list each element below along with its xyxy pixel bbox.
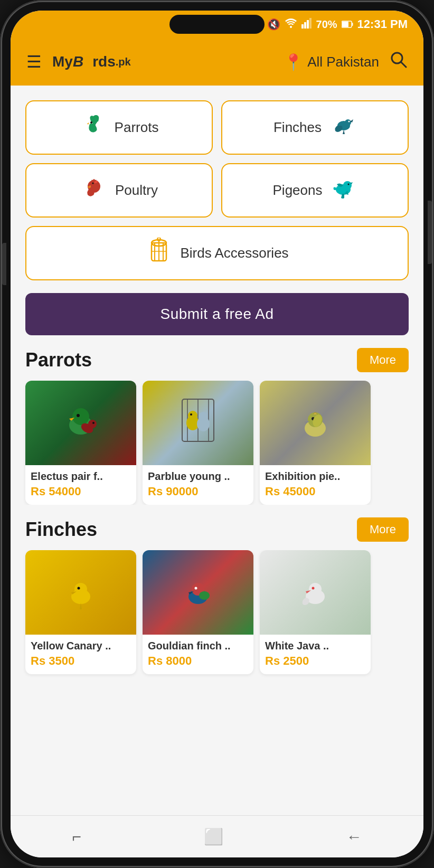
finch-image-1 [25,550,136,635]
finches-section-title: Finches [25,518,97,541]
home-button[interactable]: ⬜ [204,827,223,846]
logo-birds: B [73,53,83,70]
pigeon-icon [329,175,357,206]
parrots-section-header: Parrots More [11,335,423,381]
top-nav: ☰ My B rds .pk 📍 All Pakistan [11,38,423,86]
svg-point-14 [348,121,350,122]
finch-info-1: Yellow Canary .. Rs 3500 [25,635,136,674]
accessories-label: Birds Accessories [180,245,288,261]
finch-price-2: Rs 8000 [148,654,248,668]
finch-title-3: White Java .. [265,640,365,652]
finch-product-1[interactable]: Yellow Canary .. Rs 3500 [25,550,136,674]
svg-point-13 [345,119,351,126]
phone-screen: 🔇 70% [11,11,423,857]
content-area: Parrots Finches [11,86,423,815]
svg-rect-1 [301,24,304,29]
status-icons: 🔇 70% [267,17,408,31]
search-button[interactable] [390,51,408,73]
back-button[interactable]: ← [346,828,362,846]
location-area[interactable]: 📍 All Pakistan [284,53,379,71]
svg-point-53 [195,587,197,590]
svg-point-34 [92,422,95,424]
battery-icon [342,18,353,31]
svg-point-11 [90,121,92,124]
svg-rect-6 [342,22,348,27]
menu-icon[interactable]: ☰ [26,52,42,72]
parrot-price-3: Rs 45000 [265,485,365,498]
recent-apps-button[interactable]: ⌐ [72,828,81,846]
finch-info-3: White Java .. Rs 2500 [260,635,371,674]
submit-ad-text: Submit a free Ad [160,306,273,323]
bottom-nav: ⌐ ⬜ ← [11,815,423,857]
svg-rect-4 [309,18,312,29]
phone-shell: 🔇 70% [0,0,434,868]
category-finches[interactable]: Finches [221,100,409,155]
finch-product-2[interactable]: Gouldian finch .. Rs 8000 [143,550,253,674]
finch-title-1: Yellow Canary .. [31,640,131,652]
svg-point-50 [78,587,80,590]
logo-pk: .pk [116,56,131,68]
svg-point-57 [312,587,315,590]
signal-icon [301,18,312,31]
svg-rect-2 [304,22,306,29]
finch-product-3[interactable]: White Java .. Rs 2500 [260,550,371,674]
finch-image-2 [143,550,253,635]
category-poultry[interactable]: Poultry [25,163,213,218]
parrot-title-1: Electus pair f.. [31,470,131,483]
parrot-image-3 [260,381,371,465]
time-display: 12:31 PM [357,17,408,31]
location-label: All Pakistan [307,54,379,70]
pigeons-label: Pigeons [273,182,323,199]
finch-info-2: Gouldian finch .. Rs 8000 [143,635,253,674]
svg-point-40 [188,411,197,420]
submit-ad-banner[interactable]: Submit a free Ad [25,293,409,335]
category-pigeons[interactable]: Pigeons [221,163,409,218]
category-accessories[interactable]: Birds Accessories [25,226,409,280]
logo-my: My [52,53,73,70]
finch-price-3: Rs 2500 [265,654,365,668]
parrot-product-1[interactable]: Electus pair f.. Rs 54000 [25,381,136,505]
parrot-icon [80,112,107,143]
svg-point-19 [343,181,352,190]
finches-more-button[interactable]: More [357,517,409,542]
svg-point-30 [72,408,89,425]
finches-label: Finches [273,119,322,136]
svg-point-41 [190,413,192,416]
svg-point-43 [199,412,208,421]
logo-bird-svg [83,55,92,67]
svg-point-33 [88,420,97,428]
finch-image-3 [260,550,371,635]
mute-icon: 🔇 [267,18,280,31]
poultry-icon [80,175,108,206]
finches-products-row: Yellow Canary .. Rs 3500 [11,550,423,685]
svg-point-54 [199,591,210,600]
finch-title-2: Gouldian finch .. [148,640,248,652]
parrot-title-2: Parblue young .. [148,470,248,483]
finches-section-header: Finches More [11,505,423,550]
svg-point-56 [309,583,322,596]
parrots-label: Parrots [115,119,159,136]
finch-price-1: Rs 3500 [31,654,131,668]
parrot-info-3: Exhibition pie.. Rs 45000 [260,465,371,505]
svg-point-20 [348,184,350,185]
parrot-info-1: Electus pair f.. Rs 54000 [25,465,136,505]
parrot-price-2: Rs 90000 [148,485,248,498]
parrot-product-2[interactable]: Parblue young .. Rs 90000 [143,381,253,505]
parrot-price-1: Rs 54000 [31,485,131,498]
category-parrots[interactable]: Parrots [25,100,213,155]
logo: My B rds .pk [52,53,273,70]
parrot-image-2 [143,381,253,465]
parrots-more-button[interactable]: More [357,348,409,372]
parrots-products-row: Electus pair f.. Rs 54000 [11,381,423,505]
poultry-label: Poultry [115,182,158,199]
side-button-left [2,243,6,285]
parrot-title-3: Exhibition pie.. [265,470,365,483]
svg-rect-3 [307,20,309,29]
parrot-product-3[interactable]: Exhibition pie.. Rs 45000 [260,381,371,505]
wifi-icon [285,18,297,31]
svg-point-31 [77,414,80,417]
side-button-right [428,201,432,264]
svg-line-9 [401,62,406,67]
camera-notch [169,15,265,34]
logo-rds: rds [92,53,116,70]
